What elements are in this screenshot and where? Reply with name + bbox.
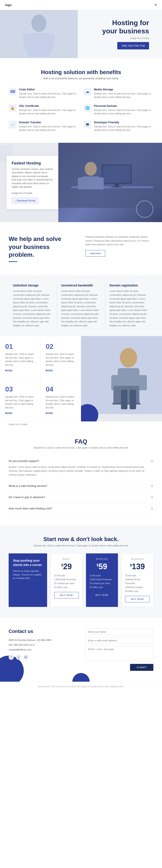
benefit-text-3: Sample text. Click to select the text bo… — [94, 108, 153, 116]
faq-question-text-3: How much does web hosting cost? — [9, 507, 52, 510]
circle-decoration — [136, 200, 153, 218]
buy-basic-button[interactable]: BUY NOW — [54, 592, 79, 598]
feature-title-0: Unlimited storage — [13, 284, 52, 287]
num-link-1[interactable]: MORE — [46, 369, 53, 372]
twitter-icon[interactable]: y — [16, 655, 21, 660]
num-link-0[interactable]: MORE — [5, 369, 12, 372]
feature-title-1: Unmetered bandwidth — [61, 284, 100, 287]
download-pricing-button[interactable]: ↓ Download Pricing — [12, 197, 38, 204]
benefit-item-0: ⌨ Code Editor Sample text. Click to sele… — [9, 88, 78, 99]
contact-form: SUBMIT — [85, 628, 153, 671]
svg-rect-1 — [28, 33, 50, 57]
svg-point-10 — [85, 162, 97, 176]
num-text-3: Sample text. Click to select the text bo… — [46, 395, 76, 409]
pricing-card-basic: BASIC $29 10 full suite 1,000 Email Proc… — [50, 553, 82, 607]
pricing-tier-0: BASIC — [54, 558, 79, 560]
faq-section: FAQ Sample text. Click to select the tex… — [0, 427, 162, 525]
numbered-person-svg — [81, 336, 162, 414]
hero-title: Hosting for your business — [102, 19, 149, 35]
benefit-item-3: 🌐 Personal Domain Sample text. Click to … — [84, 104, 153, 116]
pricing-features-1: 10 full suite 2,000 Email Processes 50 c… — [90, 574, 114, 589]
num-2: 03 — [5, 385, 35, 393]
faq-question-1[interactable]: What is a web hosting service? ∨ — [9, 484, 153, 488]
pricing-left-title: Stop pushing your clients into a corner. — [13, 559, 43, 567]
numbered-item-3: 04 Sample text. Click to select the text… — [41, 379, 81, 422]
buy-working-button[interactable]: BUY NOW — [90, 592, 114, 598]
code-editor-icon: ⌨ — [9, 88, 16, 96]
pricing-tier-2: BUSINESS — [125, 558, 150, 560]
feature-item-0: Unlimited storage Lorem ipsum dolor sit … — [9, 284, 57, 328]
faq-item-3: How much does web hosting cost? ∨ — [9, 503, 153, 514]
num-link-2[interactable]: MORE — [5, 412, 12, 414]
developer-icon: 💻 — [84, 121, 91, 128]
fastest-credit: Image from Freepik — [12, 191, 53, 195]
domain-icon: 🌐 — [84, 104, 91, 112]
media-storage-icon: ☁ — [84, 88, 91, 96]
svg-point-0 — [31, 14, 46, 32]
numbered-grid-left: 01 Sample text. Click to select the text… — [0, 336, 81, 422]
pricing-card-business: BUSINESS $139 10 full suite Unlimited Em… — [121, 553, 153, 607]
pricing-features-0: 10 full suite 1,000 Email Processes 25 c… — [54, 574, 79, 589]
hero-cta-button[interactable]: Start Your Free Trial — [117, 42, 149, 50]
faq-chevron-3: ∨ — [151, 506, 153, 510]
fastest-person-svg — [58, 143, 162, 208]
benefit-title-5: Developer Friendly — [94, 121, 153, 124]
svg-rect-18 — [138, 375, 147, 390]
benefit-item-1: ☁ Media Storage Sample text. Click to se… — [84, 88, 153, 99]
feature-text-1: Lorem ipsum dolor sit amet, consectetur … — [61, 289, 100, 328]
faq-item-2: Do I have to pay in advance? ∨ — [9, 492, 153, 503]
num-link-3[interactable]: MORE — [46, 412, 53, 414]
contact-email: contact@edknyc.com — [9, 647, 77, 652]
benefit-text-1: Sample text. Click to select the text bo… — [94, 92, 153, 99]
svg-point-15 — [120, 348, 137, 368]
pricing-tier-1: WORKING — [90, 558, 114, 560]
contact-submit-button[interactable]: SUBMIT — [130, 664, 153, 671]
faq-chevron-0: ∨ — [151, 459, 153, 463]
help-description: Praesent pharetra interdum as phasellus … — [85, 235, 153, 247]
logo: logo — [5, 3, 12, 7]
buy-business-button[interactable]: BUY NOW — [125, 596, 150, 602]
benefit-title-1: Media Storage — [94, 88, 153, 91]
faq-question-2[interactable]: Do I have to pay in advance? ∨ — [9, 495, 153, 499]
numbered-image-panel — [81, 336, 162, 422]
svg-rect-22 — [130, 390, 136, 409]
benefit-item-2: 🔒 SSL Certificate Sample text. Click to … — [9, 104, 78, 116]
pricing-left-text: Fames ac turpis egestas integer. Viverra… — [13, 569, 43, 580]
contact-message-input[interactable] — [85, 646, 153, 661]
contact-email-input[interactable] — [85, 637, 153, 644]
faq-chevron-1: ∨ — [151, 484, 153, 488]
pricing-price-1: $59 — [90, 562, 114, 571]
contact-name-input[interactable] — [85, 628, 153, 635]
googleplus-icon[interactable]: G+ — [23, 655, 29, 660]
footer: Sample text. Click to select the text bo… — [0, 682, 162, 691]
pricing-features-2: 10 full suite Unlimited Email Processes … — [125, 574, 150, 593]
facebook-icon[interactable]: f — [9, 655, 14, 660]
hero-section: Hosting for your business Image from Fre… — [0, 10, 162, 58]
transfer-icon: ↔ — [9, 121, 16, 128]
read-more-button[interactable]: read more — [85, 250, 105, 256]
benefit-text-0: Sample text. Click to select the text bo… — [19, 92, 78, 99]
feature-text-2: Lorem ipsum dolor sit amet, consectetur … — [110, 289, 149, 328]
benefit-title-3: Personal Domain — [94, 104, 153, 107]
help-right: Praesent pharetra interdum as phasellus … — [85, 235, 153, 256]
numbered-item-2: 03 Sample text. Click to select the text… — [0, 379, 41, 422]
benefit-title-4: Domain Transfer — [19, 121, 78, 124]
num-text-0: Sample text. Click to select the text bo… — [5, 352, 35, 367]
hero-image — [0, 10, 78, 58]
faq-question-0[interactable]: Do you provide support? ∨ — [9, 459, 153, 463]
faq-question-text-2: Do I have to pay in advance? — [9, 496, 45, 499]
contact-blob-bottom — [72, 673, 90, 682]
contact-phone: Info: 800-555-0152 ext 4 — [9, 643, 77, 647]
feature-item-2: Domain registration Lorem ipsum dolor si… — [105, 284, 153, 328]
benefits-title: Hosting solution with benefits — [9, 69, 153, 75]
benefit-item-4: ↔ Domain Transfer Sample text. Click to … — [9, 121, 78, 132]
num-text-2: Sample text. Click to select the text bo… — [5, 395, 35, 409]
faq-chevron-2: ∨ — [151, 495, 153, 499]
benefit-text-2: Sample text. Click to select the text bo… — [19, 108, 78, 116]
numbered-item-0: 01 Sample text. Click to select the text… — [0, 336, 41, 379]
menu-icon[interactable]: ≡ — [155, 3, 157, 7]
feature-text-0: Lorem ipsum dolor sit amet, consectetur … — [13, 289, 52, 328]
pricing-cta-subtitle: Sample text. Click to select the text bo… — [9, 544, 153, 547]
numbered-wrapper: 01 Sample text. Click to select the text… — [0, 336, 162, 427]
faq-question-3[interactable]: How much does web hosting cost? ∨ — [9, 506, 153, 510]
